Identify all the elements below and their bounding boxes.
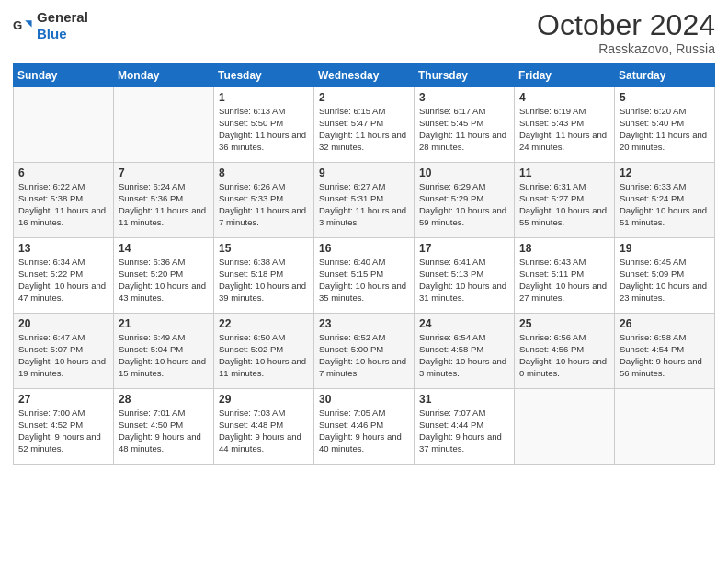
- calendar-header: Sunday Monday Tuesday Wednesday Thursday…: [14, 64, 715, 87]
- daylight-text: Daylight: 11 hours and 11 minutes.: [119, 205, 206, 227]
- sunrise-text: Sunrise: 6:36 AM: [119, 257, 185, 267]
- col-friday: Friday: [515, 64, 615, 87]
- cell-info: Sunrise: 6:50 AMSunset: 5:02 PMDaylight:…: [219, 332, 309, 379]
- sunrise-text: Sunrise: 6:45 AM: [620, 257, 686, 267]
- sunrise-text: Sunrise: 6:50 AM: [219, 332, 285, 342]
- day-number: 14: [119, 242, 209, 255]
- sunrise-text: Sunrise: 6:31 AM: [519, 181, 586, 191]
- sunrise-text: Sunrise: 6:41 AM: [419, 257, 485, 267]
- sunset-text: Sunset: 5:22 PM: [18, 269, 83, 279]
- cell-info: Sunrise: 6:45 AMSunset: 5:09 PMDaylight:…: [620, 257, 710, 304]
- col-tuesday: Tuesday: [214, 64, 314, 87]
- sunset-text: Sunset: 5:36 PM: [119, 193, 183, 203]
- calendar-cell: 21Sunrise: 6:49 AMSunset: 5:04 PMDayligh…: [114, 314, 214, 389]
- sunset-text: Sunset: 5:47 PM: [319, 118, 383, 128]
- sunrise-text: Sunrise: 6:24 AM: [119, 181, 185, 191]
- calendar-week-0: 1Sunrise: 6:13 AMSunset: 5:50 PMDaylight…: [14, 87, 715, 163]
- cell-info: Sunrise: 6:19 AMSunset: 5:43 PMDaylight:…: [519, 106, 609, 153]
- calendar-cell: 19Sunrise: 6:45 AMSunset: 5:09 PMDayligh…: [615, 238, 715, 314]
- sunset-text: Sunset: 5:15 PM: [319, 269, 383, 279]
- cell-info: Sunrise: 6:40 AMSunset: 5:15 PMDaylight:…: [319, 257, 409, 304]
- sunrise-text: Sunrise: 6:20 AM: [620, 106, 686, 116]
- daylight-text: Daylight: 11 hours and 28 minutes.: [419, 130, 506, 152]
- cell-info: Sunrise: 7:03 AMSunset: 4:48 PMDaylight:…: [219, 408, 309, 454]
- cell-info: Sunrise: 6:27 AMSunset: 5:31 PMDaylight:…: [319, 181, 409, 228]
- calendar-cell: [114, 87, 214, 163]
- daylight-text: Daylight: 9 hours and 52 minutes.: [18, 431, 101, 454]
- day-number: 5: [620, 91, 710, 104]
- day-number: 27: [18, 393, 108, 406]
- cell-info: Sunrise: 6:58 AMSunset: 4:54 PMDaylight:…: [620, 332, 710, 379]
- calendar-week-3: 20Sunrise: 6:47 AMSunset: 5:07 PMDayligh…: [14, 314, 715, 389]
- sunset-text: Sunset: 5:20 PM: [119, 269, 183, 279]
- calendar-cell: [14, 87, 114, 163]
- sunset-text: Sunset: 5:27 PM: [519, 193, 584, 203]
- cell-info: Sunrise: 6:36 AMSunset: 5:20 PMDaylight:…: [119, 257, 209, 304]
- day-number: 1: [219, 91, 309, 104]
- daylight-text: Daylight: 10 hours and 19 minutes.: [18, 356, 106, 378]
- sunrise-text: Sunrise: 6:17 AM: [419, 106, 485, 116]
- sunrise-text: Sunrise: 7:07 AM: [419, 408, 485, 418]
- sunrise-text: Sunrise: 6:47 AM: [18, 332, 85, 342]
- svg-text:G: G: [13, 18, 22, 32]
- sunset-text: Sunset: 5:18 PM: [219, 269, 283, 279]
- cell-info: Sunrise: 6:41 AMSunset: 5:13 PMDaylight:…: [419, 257, 509, 304]
- calendar-cell: 14Sunrise: 6:36 AMSunset: 5:20 PMDayligh…: [114, 238, 214, 314]
- sunrise-text: Sunrise: 6:15 AM: [319, 106, 385, 116]
- day-number: 30: [319, 393, 409, 406]
- daylight-text: Daylight: 11 hours and 32 minutes.: [319, 130, 406, 152]
- sunrise-text: Sunrise: 6:19 AM: [519, 106, 586, 116]
- cell-info: Sunrise: 6:34 AMSunset: 5:22 PMDaylight:…: [18, 257, 108, 304]
- day-number: 9: [319, 167, 409, 179]
- cell-info: Sunrise: 7:01 AMSunset: 4:50 PMDaylight:…: [119, 408, 209, 454]
- calendar-cell: 26Sunrise: 6:58 AMSunset: 4:54 PMDayligh…: [615, 314, 715, 389]
- daylight-text: Daylight: 11 hours and 36 minutes.: [219, 130, 306, 152]
- sunrise-text: Sunrise: 6:54 AM: [419, 332, 485, 342]
- daylight-text: Daylight: 10 hours and 35 minutes.: [319, 281, 406, 303]
- location: Rasskazovo, Russia: [537, 41, 715, 56]
- logo-blue: Blue: [37, 26, 67, 41]
- calendar-cell: 20Sunrise: 6:47 AMSunset: 5:07 PMDayligh…: [14, 314, 114, 389]
- day-number: 2: [319, 91, 409, 104]
- sunset-text: Sunset: 5:09 PM: [620, 269, 684, 279]
- daylight-text: Daylight: 10 hours and 51 minutes.: [620, 205, 707, 227]
- calendar-cell: 15Sunrise: 6:38 AMSunset: 5:18 PMDayligh…: [214, 238, 314, 314]
- daylight-text: Daylight: 9 hours and 44 minutes.: [219, 431, 301, 454]
- sunrise-text: Sunrise: 6:58 AM: [620, 332, 686, 342]
- sunset-text: Sunset: 4:44 PM: [419, 419, 483, 430]
- calendar-cell: [615, 389, 715, 465]
- daylight-text: Daylight: 10 hours and 23 minutes.: [620, 281, 707, 303]
- daylight-text: Daylight: 10 hours and 55 minutes.: [519, 205, 607, 227]
- daylight-text: Daylight: 11 hours and 3 minutes.: [319, 205, 406, 227]
- day-number: 7: [119, 167, 209, 179]
- page: G General Blue October 2024 Rasskazovo, …: [0, 0, 728, 563]
- sunrise-text: Sunrise: 6:38 AM: [219, 257, 285, 267]
- day-number: 22: [219, 317, 309, 330]
- sunset-text: Sunset: 5:29 PM: [419, 193, 483, 203]
- daylight-text: Daylight: 11 hours and 7 minutes.: [219, 205, 306, 227]
- sunset-text: Sunset: 4:54 PM: [620, 344, 684, 354]
- cell-info: Sunrise: 6:47 AMSunset: 5:07 PMDaylight:…: [18, 332, 108, 379]
- sunset-text: Sunset: 5:13 PM: [419, 269, 483, 279]
- daylight-text: Daylight: 10 hours and 43 minutes.: [119, 281, 206, 303]
- daylight-text: Daylight: 10 hours and 59 minutes.: [419, 205, 506, 227]
- day-number: 19: [620, 242, 710, 255]
- logo: G General Blue: [13, 9, 88, 42]
- daylight-text: Daylight: 9 hours and 37 minutes.: [419, 431, 502, 454]
- day-number: 28: [119, 393, 209, 406]
- day-number: 8: [219, 167, 309, 179]
- cell-info: Sunrise: 6:29 AMSunset: 5:29 PMDaylight:…: [419, 181, 509, 228]
- daylight-text: Daylight: 9 hours and 56 minutes.: [620, 356, 702, 378]
- sunset-text: Sunset: 5:45 PM: [419, 118, 483, 128]
- calendar-cell: 10Sunrise: 6:29 AMSunset: 5:29 PMDayligh…: [415, 163, 515, 238]
- calendar-cell: [515, 389, 615, 465]
- sunrise-text: Sunrise: 7:00 AM: [18, 408, 85, 418]
- sunrise-text: Sunrise: 6:40 AM: [319, 257, 385, 267]
- calendar-cell: 24Sunrise: 6:54 AMSunset: 4:58 PMDayligh…: [415, 314, 515, 389]
- calendar-cell: 2Sunrise: 6:15 AMSunset: 5:47 PMDaylight…: [314, 87, 415, 163]
- calendar-cell: 28Sunrise: 7:01 AMSunset: 4:50 PMDayligh…: [114, 389, 214, 465]
- day-number: 13: [18, 242, 108, 255]
- sunrise-text: Sunrise: 6:33 AM: [620, 181, 686, 191]
- calendar-cell: 17Sunrise: 6:41 AMSunset: 5:13 PMDayligh…: [415, 238, 515, 314]
- calendar-cell: 4Sunrise: 6:19 AMSunset: 5:43 PMDaylight…: [515, 87, 615, 163]
